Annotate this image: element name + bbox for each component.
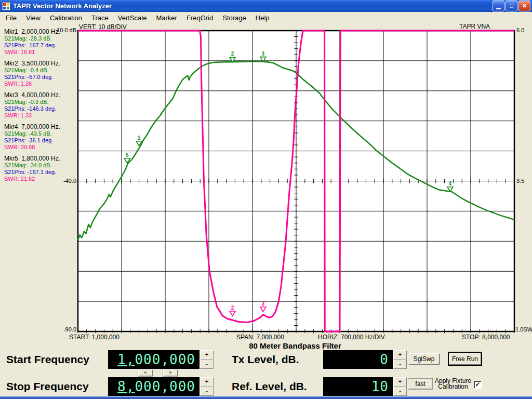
ref-level-spinner: + - — [393, 377, 407, 396]
svg-text:2: 2 — [231, 305, 234, 311]
free-run-button[interactable]: Free Run — [448, 352, 482, 366]
left-axis-mid-label: -40.0 — [54, 178, 76, 184]
marker3-frequency: Mkr3 4,000,000 Hz. — [4, 92, 77, 99]
close-button[interactable]: ✕ — [518, 1, 530, 11]
marker4-readout: Mkr4 7,000,000 Hz. S21Mag: -43.5 dB. S21… — [4, 124, 77, 151]
marker2-frequency: Mkr2 3,500,000 Hz. — [4, 60, 77, 67]
stop-frequency-increment-button[interactable]: + — [200, 377, 214, 387]
svg-text:2: 2 — [231, 51, 234, 57]
stop-frequency-spinner: + - — [200, 377, 214, 396]
stop-freq-axis-label: STOP: 8,000,000 — [462, 334, 510, 341]
menu-item-vertscale[interactable]: VertScale — [113, 12, 152, 23]
marker1-s21phs: S21Phs: -167.7 deg. — [4, 42, 77, 49]
menu-item-freqgrid[interactable]: FreqGrid — [182, 12, 218, 23]
marker3-s21phs: S21Phs: -146.3 deg. — [4, 105, 77, 112]
tx-level-label: Tx Level, dB. — [232, 353, 299, 366]
menu-item-trace[interactable]: Trace — [87, 12, 113, 23]
tx-level-decrement-button[interactable]: - — [393, 360, 407, 369]
stop-frequency-label: Stop Frequency — [6, 380, 89, 393]
app-icon — [2, 2, 10, 10]
left-axis-bottom-label: -90.0 — [53, 326, 76, 332]
svg-text:3: 3 — [262, 51, 265, 57]
marker1-s21mag: S21Mag: -28.3 dB. — [4, 35, 77, 42]
ref-level-value: 10 — [323, 377, 389, 396]
marker3-s21mag: S21Mag: -0.3 dB. — [4, 99, 77, 105]
start-frequency-display[interactable]: 1,000,000 — [108, 350, 200, 369]
marker4-swr: SWR: 30.98 — [4, 144, 77, 151]
menubar: File View Calibration Trace VertScale Ma… — [0, 12, 532, 23]
marker5-s21phs: S21Phs: -167.1 deg. — [4, 169, 77, 176]
ref-level-display[interactable]: 10 — [323, 377, 393, 396]
app-window: TAPR Vector Network Analyzer ▁ □ ✕ File … — [0, 0, 532, 399]
span-axis-label: SPAN: 7,000,000 — [236, 334, 284, 341]
tx-level-display[interactable]: 0 — [323, 350, 393, 369]
marker2-readout: Mkr2 3,500,000 Hz. S21Mag: -0.4 dB. S21P… — [4, 60, 77, 87]
start-frequency-label: Start Frequency — [6, 353, 89, 366]
marker2-s21mag: S21Mag: -0.4 dB. — [4, 67, 77, 74]
apply-fixture-calibration-label: Apply Fixture Calibration — [433, 378, 473, 390]
fast-button[interactable]: fast — [408, 378, 433, 390]
vert-scale-label: VERT: 10 dB/DIV — [79, 23, 127, 31]
apply-fixture-label-line2: Calibration — [433, 384, 473, 390]
marker-readout-panel: Mkr1 2,000,000 Hz. S21Mag: -28.3 dB. S21… — [4, 29, 77, 187]
menu-item-view[interactable]: View — [21, 12, 45, 23]
horiz-axis-label: HORIZ: 700,000 Hz/DIV — [318, 334, 385, 341]
svg-text:3: 3 — [262, 301, 265, 307]
stop-frequency-value: 8,000,000 — [108, 377, 195, 396]
marker3-swr: SWR: 1.33 — [4, 112, 77, 119]
start-frequency-spinner: + - — [200, 350, 214, 369]
digit-select-left-button[interactable]: < — [138, 369, 153, 377]
right-axis-bottom-label: 1.0SWR — [515, 326, 532, 332]
start-frequency-increment-button[interactable]: + — [200, 350, 214, 360]
tx-level-value: 0 — [323, 350, 389, 369]
stop-frequency-display[interactable]: 8,000,000 — [108, 377, 200, 396]
sglswp-button[interactable]: SglSwp — [408, 353, 440, 365]
ref-level-label: Ref. Level, dB. — [232, 380, 307, 393]
menu-item-marker[interactable]: Marker — [151, 12, 181, 23]
filter-title: 80 Meter Bandpass Filter — [218, 341, 372, 350]
menu-item-calibration[interactable]: Calibration — [45, 12, 87, 23]
menu-item-file[interactable]: File — [1, 12, 21, 23]
minimize-button[interactable]: ▁ — [493, 1, 504, 11]
right-axis-mid-label: 3.5 — [516, 178, 524, 184]
plot-title: TAPR VNA — [459, 23, 490, 30]
menu-item-storage[interactable]: Storage — [218, 12, 251, 23]
ref-level-increment-button[interactable]: + — [393, 377, 407, 387]
marker4-frequency: Mkr4 7,000,000 Hz. — [4, 124, 77, 130]
marker1-swr: SWR: 16.81 — [4, 49, 77, 56]
svg-text:1: 1 — [138, 135, 141, 141]
svg-text:4: 4 — [449, 181, 452, 187]
tx-level-spinner: + - — [393, 350, 407, 369]
marker2-swr: SWR: 1.26 — [4, 81, 77, 87]
window-title: TAPR Vector Network Analyzer — [13, 2, 492, 10]
marker2-s21phs: S21Phs: -57.0 deg. — [4, 74, 77, 81]
svg-text:5: 5 — [126, 152, 129, 158]
left-axis-top-label: 10.0 dB — [52, 27, 76, 33]
apply-fixture-checkbox[interactable]: ✓ — [474, 381, 482, 389]
window-titlebar: TAPR Vector Network Analyzer ▁ □ ✕ — [0, 0, 532, 12]
start-freq-axis-label: START: 1,000,000 — [69, 334, 119, 341]
checkmark-icon: ✓ — [475, 381, 480, 388]
maximize-button[interactable]: □ — [506, 1, 517, 11]
marker4-s21mag: S21Mag: -43.5 dB. — [4, 130, 77, 137]
ref-level-decrement-button[interactable]: - — [393, 387, 407, 396]
marker4-s21phs: S21Phs: -36.1 deg. — [4, 137, 77, 144]
start-frequency-decrement-button[interactable]: - — [200, 360, 214, 369]
tx-level-increment-button[interactable]: + — [393, 350, 407, 360]
menu-item-help[interactable]: Help — [251, 12, 274, 23]
digit-select-right-button[interactable]: > — [163, 369, 178, 377]
marker3-readout: Mkr3 4,000,000 Hz. S21Mag: -0.3 dB. S21P… — [4, 92, 77, 119]
window-bottom-edge — [0, 396, 532, 399]
start-frequency-value: 1,000,000 — [108, 350, 195, 369]
stop-frequency-decrement-button[interactable]: - — [200, 387, 214, 396]
right-axis-top-label: 6.0 — [516, 27, 524, 33]
marker5-frequency: Mkr5 1,800,000 Hz. — [4, 155, 77, 162]
marker5-s21mag: S21Mag: -34.0 dB. — [4, 162, 77, 169]
